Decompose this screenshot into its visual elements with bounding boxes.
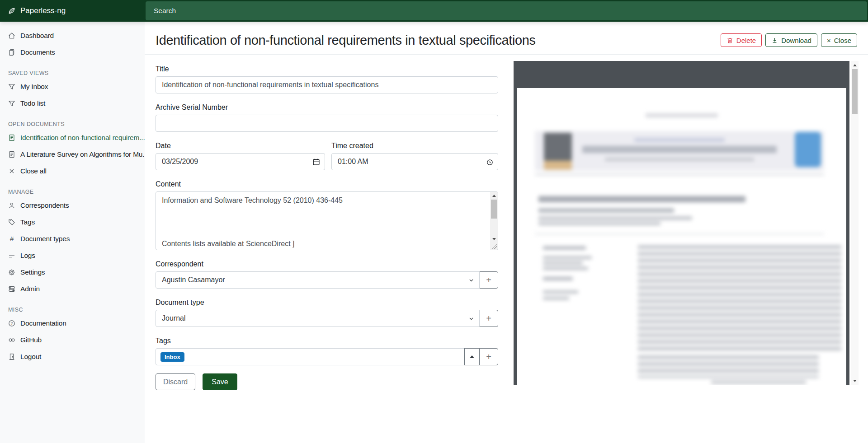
- gear-icon: [8, 269, 15, 276]
- sidebar: Dashboard Documents SAVED VIEWS My Inbox…: [0, 22, 145, 443]
- sidebar-item-document-types[interactable]: # Document types: [0, 230, 145, 247]
- sidebar-item-admin[interactable]: Admin: [0, 280, 145, 297]
- scroll-up-icon[interactable]: [851, 62, 859, 69]
- pdf-page: [517, 88, 846, 385]
- person-icon: [8, 202, 15, 209]
- date-input[interactable]: [156, 153, 325, 170]
- add-document-type-button[interactable]: +: [479, 310, 498, 327]
- door-icon: [8, 353, 15, 360]
- sidebar-open-doc-2[interactable]: A Literature Survey on Algorithms for Mu…: [0, 146, 145, 163]
- sidebar-item-label: Settings: [20, 268, 45, 276]
- sidebar-section-open-documents: OPEN DOCUMENTS: [0, 121, 145, 127]
- sidebar-section-manage: MANAGE: [0, 189, 145, 195]
- scroll-down-icon[interactable]: [851, 378, 859, 384]
- brand[interactable]: Paperless-ng: [0, 6, 146, 15]
- sidebar-section-misc: MISC: [0, 307, 145, 313]
- delete-button[interactable]: Delete: [721, 33, 762, 47]
- document-actions: Delete Download × Close: [721, 33, 857, 47]
- document-preview[interactable]: [514, 61, 849, 385]
- scroll-up-icon[interactable]: [490, 192, 498, 199]
- sidebar-item-dashboard[interactable]: Dashboard: [0, 27, 145, 44]
- home-icon: [8, 32, 15, 39]
- top-navbar: Paperless-ng: [0, 0, 868, 22]
- sidebar-section-saved-views: SAVED VIEWS: [0, 70, 145, 76]
- question-circle-icon: ?: [8, 320, 15, 327]
- sidebar-item-label: A Literature Survey on Algorithms for Mu…: [20, 150, 145, 159]
- add-correspondent-button[interactable]: +: [479, 271, 498, 289]
- time-label: Time created: [331, 141, 498, 150]
- sidebar-item-close-all[interactable]: Close all: [0, 163, 145, 179]
- page-title: Identification of non-functional require…: [156, 33, 535, 48]
- download-label: Download: [781, 37, 811, 44]
- sidebar-item-logs[interactable]: Logs: [0, 247, 145, 264]
- sidebar-item-documentation[interactable]: ? Documentation: [0, 315, 145, 331]
- sidebar-item-my-inbox[interactable]: My Inbox: [0, 78, 145, 95]
- sidebar-item-label: GitHub: [20, 336, 42, 344]
- sidebar-item-github[interactable]: GitHub: [0, 331, 145, 348]
- file-text-icon: [8, 151, 15, 158]
- funnel-icon: [8, 83, 15, 90]
- discard-button[interactable]: Discard: [156, 373, 195, 390]
- scroll-down-icon[interactable]: [490, 236, 498, 242]
- sidebar-item-label: Document types: [20, 235, 70, 243]
- tag-icon: [8, 219, 15, 226]
- trash-icon: [726, 37, 733, 44]
- document-header: Identification of non-functional require…: [145, 22, 868, 55]
- sidebar-item-label: My Inbox: [20, 83, 48, 91]
- caret-up-icon: [470, 355, 474, 358]
- close-button[interactable]: × Close: [821, 33, 857, 47]
- download-button[interactable]: Download: [765, 33, 817, 47]
- asn-input[interactable]: [156, 115, 498, 132]
- main-content: Identification of non-functional require…: [145, 22, 868, 443]
- title-input[interactable]: [156, 76, 498, 93]
- sidebar-open-doc-1[interactable]: Identification of non-functional require…: [0, 129, 145, 146]
- tags-input[interactable]: Inbox: [156, 348, 465, 365]
- sidebar-item-label: Logout: [20, 353, 41, 361]
- sidebar-item-label: Close all: [20, 167, 47, 175]
- search-input[interactable]: [146, 1, 867, 20]
- collapse-tags-button[interactable]: [464, 348, 480, 365]
- add-tag-button[interactable]: +: [479, 348, 498, 365]
- tags-label: Tags: [156, 336, 498, 345]
- sidebar-item-label: Admin: [20, 285, 40, 293]
- sidebar-item-label: Todo list: [20, 99, 45, 107]
- correspondent-select[interactable]: Agustin Casamayor: [156, 271, 480, 289]
- list-icon: [8, 252, 15, 259]
- correspondent-label: Correspondent: [156, 260, 498, 269]
- scrollbar-thumb[interactable]: [491, 200, 497, 219]
- feather-icon: [7, 6, 16, 15]
- save-button[interactable]: Save: [203, 373, 237, 390]
- sidebar-item-label: Documentation: [20, 319, 66, 327]
- document-type-select[interactable]: Journal: [156, 310, 480, 327]
- form-actions: Discard Save: [156, 373, 498, 390]
- sidebar-item-settings[interactable]: Settings: [0, 264, 145, 280]
- scrollbar-thumb[interactable]: [852, 69, 858, 114]
- chevron-down-icon: [468, 316, 474, 322]
- close-icon: [8, 168, 15, 175]
- svg-text:?: ?: [11, 321, 13, 326]
- sidebar-item-correspondents[interactable]: Correspondents: [0, 197, 145, 214]
- sidebar-item-label: Tags: [20, 218, 35, 226]
- document-type-value: Journal: [162, 314, 185, 322]
- content-scrollbar[interactable]: [490, 192, 498, 250]
- sidebar-item-documents[interactable]: Documents: [0, 44, 145, 61]
- preview-scrollbar[interactable]: [851, 61, 859, 385]
- toggles-icon: [8, 285, 15, 293]
- funnel-icon: [8, 100, 15, 107]
- content-textarea[interactable]: Information and Software Technology 52 (…: [156, 191, 498, 250]
- content-label: Content: [156, 180, 498, 189]
- chevron-down-icon: [468, 277, 474, 283]
- resize-grip[interactable]: [491, 243, 497, 249]
- file-text-icon: [8, 134, 15, 141]
- sidebar-item-tags[interactable]: Tags: [0, 214, 145, 230]
- sidebar-item-logout[interactable]: Logout: [0, 348, 145, 365]
- sidebar-item-todo-list[interactable]: Todo list: [0, 95, 145, 112]
- correspondent-value: Agustin Casamayor: [162, 276, 225, 284]
- pdf-blurred-content: [517, 88, 846, 385]
- asn-label: Archive Serial Number: [156, 103, 498, 112]
- sidebar-item-label: Dashboard: [20, 32, 54, 40]
- time-input[interactable]: [331, 153, 498, 170]
- sidebar-item-label: Correspondents: [20, 201, 69, 210]
- date-label: Date: [156, 141, 325, 150]
- close-label: Close: [834, 37, 851, 44]
